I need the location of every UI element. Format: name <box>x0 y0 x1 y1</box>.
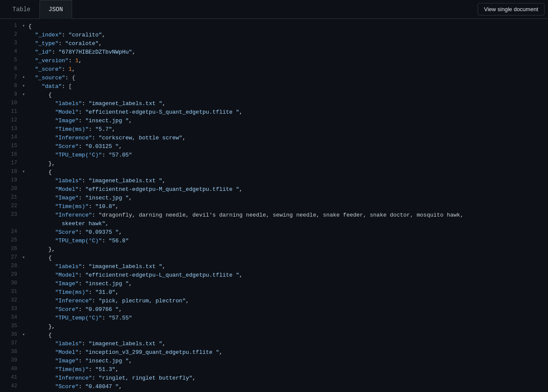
tab-json[interactable]: JSON <box>39 0 72 19</box>
json-content: }, <box>28 245 545 254</box>
json-content: "Score": "0.03125 ", <box>28 142 545 151</box>
json-line: 2 "_index": "coralito", <box>0 31 548 39</box>
json-line: 20 "Model": "efficientnet-edgetpu-M_quan… <box>0 185 548 194</box>
line-number: 35 <box>3 323 17 329</box>
json-line: 42 "Score": "0.48047 ", <box>0 383 548 391</box>
json-line: 32 "Inference": "pick, plectrum, plectro… <box>0 297 548 305</box>
line-number: 31 <box>3 288 17 295</box>
fold-arrow-empty <box>22 237 27 242</box>
json-line: 4 "_id": "678Y7HIBEzDZTbvNWpHu", <box>0 48 548 57</box>
json-content: "Time(ms)": "51.3", <box>28 365 545 374</box>
line-number: 10 <box>3 100 17 106</box>
json-line: 24 "Score": "0.09375 ", <box>0 228 548 237</box>
fold-arrow[interactable]: ▾ <box>22 22 27 28</box>
fold-arrow[interactable]: ▾ <box>22 74 27 80</box>
line-number: 8 <box>3 82 17 89</box>
fold-arrow-empty <box>22 57 27 62</box>
json-content: "_index": "coralito", <box>28 31 545 39</box>
json-line: 26 }, <box>0 245 548 254</box>
view-single-document-button[interactable]: View single document <box>478 3 545 15</box>
line-number: 3 <box>3 39 17 46</box>
json-content: "Image": "insect.jpg ", <box>28 194 545 202</box>
line-number: 41 <box>3 374 17 380</box>
fold-arrow-empty <box>22 357 27 362</box>
fold-arrow-empty <box>22 262 27 268</box>
fold-arrow-empty <box>22 48 27 54</box>
fold-arrow-empty <box>22 271 27 277</box>
json-content: "_version": 1, <box>28 57 545 65</box>
fold-arrow[interactable]: ▾ <box>22 91 27 97</box>
line-number: 37 <box>3 340 17 346</box>
line-number: 7 <box>3 74 17 80</box>
json-content: "labels": "imagenet_labels.txt ", <box>28 262 545 271</box>
fold-arrow-empty <box>22 323 27 328</box>
fold-arrow-empty <box>22 185 27 191</box>
json-line: 25 "TPU_temp(°C)": "56.8" <box>0 237 548 245</box>
json-line: 29 "Model": "efficientnet-edgetpu-L_quan… <box>0 271 548 280</box>
tab-table[interactable]: Table <box>3 0 39 19</box>
json-line: 8▾ "data": [ <box>0 82 548 91</box>
json-content: { <box>28 254 545 262</box>
json-line: 39 "Image": "insect.jpg ", <box>0 357 548 365</box>
fold-arrow-empty <box>22 211 27 217</box>
json-line: 30 "Image": "insect.jpg ", <box>0 280 548 288</box>
fold-arrow-empty <box>22 142 27 148</box>
json-content: "Image": "insect.jpg ", <box>28 117 545 125</box>
fold-arrow-empty <box>22 108 27 114</box>
json-line: 12 "Image": "insect.jpg ", <box>0 117 548 125</box>
json-line: 23 "Inference": "dragonfly, darning need… <box>0 211 548 228</box>
json-content: "_id": "678Y7HIBEzDZTbvNWpHu", <box>28 48 545 57</box>
json-line: 11 "Model": "efficientnet-edgetpu-S_quan… <box>0 108 548 117</box>
fold-arrow[interactable]: ▾ <box>22 168 27 174</box>
line-number: 21 <box>3 194 17 200</box>
json-line: 13 "Time(ms)": "5.7", <box>0 125 548 134</box>
fold-arrow-empty <box>22 374 27 380</box>
line-number: 40 <box>3 365 17 372</box>
line-number: 27 <box>3 254 17 260</box>
fold-arrow-empty <box>22 151 27 157</box>
json-content: "Model": "inception_v3_299_quant_edgetpu… <box>28 348 545 357</box>
json-line: 15 "Score": "0.03125 ", <box>0 142 548 151</box>
json-line: 14 "Inference": "corkscrew, bottle screw… <box>0 134 548 142</box>
json-line: 10 "labels": "imagenet_labels.txt ", <box>0 100 548 108</box>
line-number: 39 <box>3 357 17 363</box>
fold-arrow-empty <box>22 31 27 36</box>
json-line: 38 "Model": "inception_v3_299_quant_edge… <box>0 348 548 357</box>
line-number: 22 <box>3 202 17 209</box>
fold-arrow-empty <box>22 228 27 234</box>
fold-arrow-empty <box>22 117 27 122</box>
json-line: 21 "Image": "insect.jpg ", <box>0 194 548 202</box>
fold-arrow-empty <box>22 202 27 208</box>
json-line: 27▾ { <box>0 254 548 262</box>
fold-arrow[interactable]: ▾ <box>22 82 27 88</box>
line-number: 16 <box>3 151 17 157</box>
fold-arrow[interactable]: ▾ <box>22 331 27 337</box>
json-content: "Time(ms)": "5.7", <box>28 125 545 134</box>
fold-arrow-empty <box>22 100 27 105</box>
fold-arrow[interactable]: ▾ <box>22 254 27 260</box>
json-content: "Inference": "pick, plectrum, plectron", <box>28 297 545 305</box>
line-number: 34 <box>3 314 17 320</box>
line-number: 12 <box>3 117 17 123</box>
tab-bar: Table JSON View single document <box>0 0 548 19</box>
line-number: 23 <box>3 211 17 217</box>
line-number: 28 <box>3 262 17 269</box>
json-content: "Inference": "corkscrew, bottle screw", <box>28 134 545 142</box>
line-number: 33 <box>3 305 17 312</box>
fold-arrow-empty <box>22 365 27 371</box>
json-line: 34 "TPU_temp(°C)": "57.55" <box>0 314 548 323</box>
json-content: "Image": "insect.jpg ", <box>28 280 545 288</box>
line-number: 1 <box>3 22 17 29</box>
line-number: 11 <box>3 108 17 115</box>
json-line: 3 "_type": "coralote", <box>0 39 548 48</box>
json-content: "labels": "imagenet_labels.txt ", <box>28 340 545 348</box>
json-line: 7▾ "_source": { <box>0 74 548 82</box>
line-number: 42 <box>3 383 17 389</box>
json-content: "Score": "0.48047 ", <box>28 383 545 391</box>
fold-arrow-empty <box>22 348 27 354</box>
fold-arrow-empty <box>22 125 27 131</box>
fold-arrow-empty <box>22 177 27 182</box>
json-viewer[interactable]: 1▾{2 "_index": "coralito",3 "_type": "co… <box>0 19 548 392</box>
fold-arrow-empty <box>22 134 27 139</box>
json-content: "TPU_temp(°C)": "57.05" <box>28 151 545 160</box>
